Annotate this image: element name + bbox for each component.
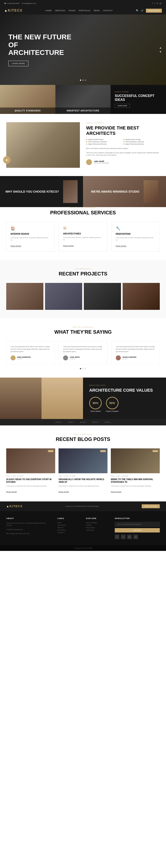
feature-dot-3: [86, 141, 87, 142]
hero-dot-1[interactable]: [80, 80, 81, 81]
nav-pages[interactable]: PAGES: [68, 9, 75, 11]
footer-facebook-icon[interactable]: f: [115, 534, 119, 539]
project-thumb-3[interactable]: [84, 283, 121, 310]
blog-badge-2: BLOG: [100, 450, 106, 452]
blog-title: RECENT BLOG POSTS: [6, 436, 160, 442]
testimonial-2-avatar: [63, 355, 68, 360]
hashtags-bar: #KITECS #KITECS #KITECS #KITECS #KITECS: [0, 419, 166, 425]
blog-2-author: BY ADMIN: [69, 475, 76, 477]
footer-explore-gallery[interactable]: Photo Gallery: [86, 527, 109, 528]
blog-1-title: 16 EASY IDEAS TO USE EVERYDAY STUFF IN K…: [6, 478, 55, 484]
hero-next-arrow[interactable]: ▼: [159, 50, 162, 54]
promo-banner-1[interactable]: WHY SHOULD YOU CHOOSE KITECS?: [0, 176, 83, 207]
google-icon[interactable]: g+: [160, 2, 162, 4]
hero-arrows: ▲ ▼: [159, 46, 162, 54]
testimonial-dot-1[interactable]: [80, 368, 81, 369]
hero-content: THE NEW FUTURE OF ARCHITECTURE LEARN MOR…: [8, 33, 75, 66]
blog-2-read-more[interactable]: READ MORE: [58, 491, 69, 493]
service-3-desc: Lorem ipsum dolor sit amet, consectetur …: [116, 237, 156, 241]
footer-explore-help[interactable]: Help Centre: [86, 529, 109, 531]
blog-3-read-more[interactable]: READ MORE: [111, 491, 121, 493]
newsletter-input[interactable]: [115, 522, 160, 527]
feature-card-2[interactable]: SMARTEST ARCHITECTURE: [55, 85, 111, 114]
hero-cta-button[interactable]: LEARN MORE: [8, 61, 28, 66]
footer-link-services[interactable]: Our Services: [57, 524, 80, 526]
footer-socials: f t g+ in: [115, 534, 160, 539]
hero-prev-arrow[interactable]: ▲: [159, 46, 162, 49]
play-button[interactable]: ▶: [3, 156, 10, 164]
blog-thumb-2[interactable]: BLOG: [58, 448, 108, 473]
blog-3-desc: Lorem ipsum is simply free text used by …: [111, 485, 160, 487]
newsletter-subscribe-button[interactable]: SUBSCRIBE: [115, 528, 160, 532]
testimonial-card-1: I was very impressed by the kitecx lorem…: [6, 341, 55, 365]
services-title: PROFESSIONAL SERVICES: [6, 210, 160, 216]
hashtag-3[interactable]: #KITECS: [80, 422, 86, 423]
footer-link-home[interactable]: Home: [57, 522, 80, 523]
ceo-role: CEO & CO-FOUNDER: [94, 162, 109, 164]
promo-banner-2[interactable]: WE'RE AWARD WINNINGS STUDIO: [83, 176, 166, 207]
footer-link-contact[interactable]: Contact Us: [57, 532, 80, 533]
footer-about-address: 📍 59 Bridge Street New York, USA: [6, 532, 51, 535]
hashtag-2[interactable]: #KITECS: [67, 422, 74, 423]
footer-explore-portfolio[interactable]: Portfolio: [86, 524, 109, 526]
footer-twitter-icon[interactable]: t: [121, 534, 126, 539]
twitter-icon[interactable]: t: [155, 2, 155, 4]
testimonial-3-author: JESSICA BROWN CLIENT: [116, 355, 156, 360]
site-logo[interactable]: ▲KITECX: [4, 9, 23, 12]
hashtag-4[interactable]: #KITECS: [92, 422, 99, 423]
core-values-section: ARCHITECTURE ARCHITECTURE CORE VALUES 90…: [0, 378, 166, 419]
about-title: WE PROVIDE THE BEST ARCHITECTS: [86, 125, 160, 136]
nav-home[interactable]: HOME: [46, 9, 52, 11]
about-feature-4-text: 100% Satisfaction Guarantee: [125, 141, 144, 143]
about-feature-1-text: Quality Architect Design: [88, 139, 103, 140]
blog-thumb-3[interactable]: BLOG: [111, 448, 160, 473]
hero-dot-2[interactable]: [82, 80, 84, 81]
blog-thumb-1[interactable]: BLOG: [6, 448, 55, 473]
service-1-link[interactable]: READ MORE: [10, 245, 21, 247]
linkedin-icon[interactable]: in: [157, 2, 158, 4]
footer-link-about[interactable]: About Us: [57, 527, 80, 528]
project-thumb-2[interactable]: [45, 283, 82, 310]
blog-section: NEWS & ARTICLES RECENT BLOG POSTS BLOG B…: [0, 425, 166, 501]
service-2-link[interactable]: READ MORE: [63, 245, 74, 246]
testimonial-1-avatar: [10, 355, 16, 360]
footer-signup-button[interactable]: SIGN UP NOW: [142, 504, 160, 508]
feature-card-2-label: SMARTEST ARCHITECTURE: [57, 110, 109, 112]
project-thumb-4[interactable]: [122, 283, 160, 310]
facebook-icon[interactable]: f: [152, 2, 153, 4]
core-values-content: ARCHITECTURE ARCHITECTURE CORE VALUES 90…: [83, 378, 166, 419]
project-thumb-1[interactable]: [6, 283, 44, 310]
nav-portfolio[interactable]: PORTFOLIO: [79, 9, 90, 11]
footer-google-icon[interactable]: g+: [127, 534, 132, 539]
blog-3-date: 21 APR: [116, 475, 120, 477]
hero-dot-3[interactable]: [85, 80, 86, 81]
nav-news[interactable]: NEWS: [94, 9, 100, 11]
service-1-title: INTERIOR DESIGN: [10, 233, 50, 235]
blog-1-read-more[interactable]: READ MORE: [6, 491, 17, 493]
nav-services[interactable]: SERVICES: [55, 9, 65, 11]
hashtag-5[interactable]: #KITECS: [105, 422, 111, 423]
cart-icon[interactable]: 🛒: [141, 9, 144, 12]
testimonial-card-3: I was very impressed by the kitecx lorem…: [111, 341, 160, 365]
blog-card-2: BLOG BLOG 21 APR BY ADMIN ORGANICALLY GR…: [58, 448, 108, 493]
blog-meta-1: BLOG 21 APR BY ADMIN: [6, 475, 55, 477]
footer-explore-designs[interactable]: Types of Designs: [86, 522, 109, 523]
testimonial-dot-3[interactable]: [85, 368, 86, 369]
search-icon[interactable]: 🔍: [136, 9, 139, 12]
footer-about-text: Lorem ipsum dolor sit amet, consectetur …: [6, 522, 51, 527]
testimonial-dot-2[interactable]: [82, 368, 84, 369]
feature-dark-eyebrow: KITECX STUDIO: [115, 91, 162, 93]
service-card-2: 🏛 ARCHITECTURES Lorem ipsum dolor sit am…: [59, 222, 107, 252]
about-feature-5: Highly Professional Members: [86, 143, 122, 145]
read-more-button[interactable]: READ MORE: [146, 9, 162, 12]
footer-linkedin-icon[interactable]: in: [133, 534, 138, 539]
services-grid: 🏠 INTERIOR DESIGN Lorem ipsum dolor sit …: [6, 222, 160, 252]
interior-design-icon: 🏠: [10, 226, 50, 231]
hashtag-1[interactable]: #KITECS: [55, 422, 61, 423]
feature-card-1[interactable]: QUALITY STANDARDS: [0, 85, 55, 114]
footer-link-projects[interactable]: Our Projects: [57, 529, 80, 531]
service-3-link[interactable]: READ MORE: [116, 245, 127, 247]
feature-dark-button[interactable]: LEARN MORE: [115, 104, 130, 108]
nav-contact[interactable]: CONTACT: [103, 9, 113, 11]
about-image-col: ▶: [6, 122, 80, 168]
